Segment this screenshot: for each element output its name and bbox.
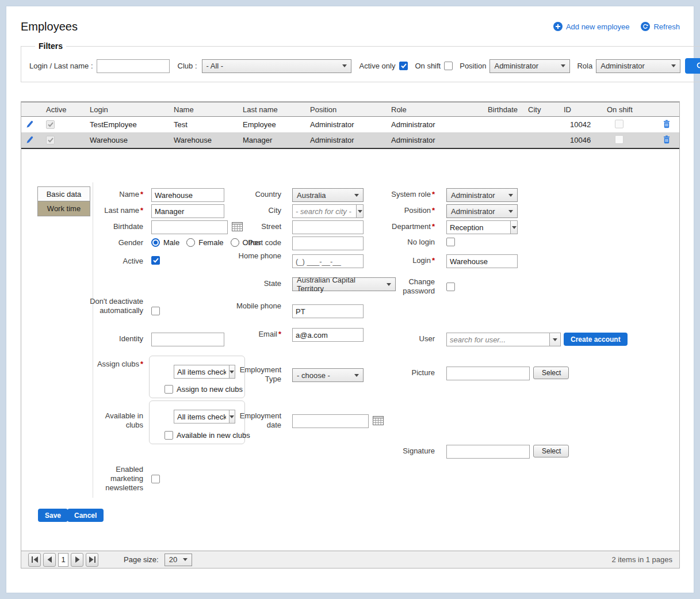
city-dropdown-button[interactable] — [356, 205, 363, 218]
next-page-button[interactable] — [71, 553, 83, 567]
post-code-input[interactable] — [292, 236, 364, 250]
email-input[interactable] — [292, 328, 364, 342]
employment-date-calendar-button[interactable] — [373, 415, 384, 427]
tab-basic-data[interactable]: Basic data — [37, 186, 90, 201]
login-filter-input[interactable] — [97, 59, 170, 73]
last-name-input[interactable] — [151, 204, 224, 218]
cell-last-name: Employee — [234, 120, 301, 129]
edit-row-button[interactable] — [26, 120, 33, 130]
rola-filter-select[interactable]: Administrator — [596, 59, 680, 73]
mobile-phone-input[interactable] — [292, 304, 364, 318]
picture-select-button[interactable]: Select — [533, 367, 569, 379]
col-role: Role — [382, 105, 466, 114]
city-label: City — [232, 206, 281, 215]
last-page-icon — [89, 556, 95, 563]
position-value: Administrator — [451, 207, 495, 216]
city-combobox[interactable] — [292, 204, 364, 218]
add-new-employee-link[interactable]: Add new employee — [553, 22, 630, 31]
department-dropdown-button[interactable] — [510, 221, 517, 234]
city-input[interactable] — [293, 205, 356, 218]
chevron-down-icon — [508, 210, 513, 213]
user-dropdown-button[interactable] — [549, 333, 560, 346]
tab-work-time[interactable]: Work time — [37, 201, 90, 216]
col-name: Name — [165, 105, 234, 114]
chevron-down-icon — [183, 558, 188, 561]
email-label: Email* — [232, 330, 281, 339]
signature-input[interactable] — [446, 445, 530, 459]
change-password-checkbox[interactable] — [446, 283, 455, 291]
table-row[interactable]: Warehouse Warehouse Manager Administrato… — [21, 132, 679, 148]
employees-grid: Active Login Name Last name Position Rol… — [21, 101, 680, 569]
state-select[interactable]: Australian Capital Territory — [292, 277, 396, 291]
filters-panel: Filters Login / Last name : Club : - All… — [21, 41, 700, 82]
cell-name: Warehouse — [165, 136, 234, 144]
newsletters-checkbox[interactable] — [151, 475, 160, 483]
available-new-clubs-checkbox[interactable] — [165, 431, 173, 440]
employment-type-label: Employment Type — [232, 365, 281, 384]
user-combobox[interactable] — [446, 333, 561, 346]
edit-row-button[interactable] — [26, 135, 33, 146]
gender-radio-female[interactable] — [186, 238, 195, 247]
save-button[interactable]: Save — [38, 509, 68, 522]
identity-input[interactable] — [151, 333, 224, 346]
no-login-label: No login — [383, 238, 435, 247]
refresh-link[interactable]: Refresh — [641, 22, 680, 31]
search-button[interactable] — [685, 58, 700, 74]
add-new-employee-label: Add new employee — [566, 22, 630, 31]
cell-last-name: Manager — [234, 136, 301, 144]
employment-type-select[interactable]: - choose - — [292, 368, 364, 382]
assign-new-clubs-label: Assign to new clubs — [177, 385, 243, 394]
prev-page-button[interactable] — [43, 553, 56, 567]
department-label: Department* — [383, 222, 435, 231]
home-phone-label: Home phone — [232, 251, 281, 261]
cancel-button[interactable]: Cancel — [67, 509, 104, 522]
birthdate-input[interactable] — [151, 220, 228, 234]
street-input[interactable] — [292, 220, 364, 234]
col-on-shift: On shift — [591, 105, 654, 114]
employment-date-input[interactable] — [292, 414, 369, 428]
name-input[interactable] — [151, 188, 224, 202]
on-shift-filter-checkbox[interactable] — [444, 62, 453, 70]
pager: 1 Page size: 20 2 items in 1 pages — [21, 551, 679, 568]
home-phone-input[interactable] — [292, 254, 364, 268]
assign-new-clubs-checkbox[interactable] — [165, 385, 173, 394]
department-input[interactable] — [447, 221, 510, 234]
assign-clubs-select[interactable] — [174, 365, 235, 379]
delete-row-button[interactable] — [663, 120, 670, 130]
available-clubs-select[interactable] — [174, 410, 235, 424]
cell-role: Administrator — [382, 136, 466, 144]
picture-input[interactable] — [446, 367, 530, 380]
user-input[interactable] — [447, 333, 549, 346]
department-combobox[interactable] — [446, 220, 518, 234]
calendar-icon — [373, 415, 384, 425]
position-select[interactable]: Administrator — [446, 204, 518, 218]
post-code-label: Post code — [232, 238, 281, 247]
header: Employees Add new employee Refresh — [21, 18, 680, 35]
login-input[interactable] — [446, 254, 518, 268]
available-clubs-value[interactable] — [174, 410, 229, 423]
signature-select-button[interactable]: Select — [533, 445, 569, 457]
no-login-checkbox[interactable] — [446, 238, 455, 246]
active-label: Active — [90, 257, 143, 266]
system-role-select[interactable]: Administrator — [446, 188, 518, 202]
country-select[interactable]: Australia — [292, 188, 364, 202]
last-page-button[interactable] — [86, 553, 98, 567]
club-filter-select[interactable]: - All - — [202, 59, 351, 73]
refresh-label: Refresh — [653, 22, 680, 31]
available-new-clubs-row: Available in new clubs — [165, 431, 250, 440]
current-page-box[interactable]: 1 — [58, 553, 68, 567]
table-row[interactable]: TestEmployee Test Employee Administrator… — [21, 117, 679, 132]
active-checkbox[interactable] — [151, 256, 160, 265]
active-only-checkbox[interactable] — [399, 62, 408, 70]
position-filter-select[interactable]: Administrator — [489, 59, 570, 73]
dont-deactivate-checkbox[interactable] — [151, 307, 160, 315]
gender-radio-male[interactable] — [151, 238, 160, 247]
delete-row-button[interactable] — [663, 135, 670, 146]
create-account-button[interactable]: Create account — [564, 333, 628, 346]
page-size-select[interactable]: 20 — [165, 554, 192, 566]
club-filter-label: Club : — [178, 62, 197, 70]
first-page-button[interactable] — [28, 553, 41, 567]
trash-icon — [663, 135, 670, 144]
assign-clubs-value[interactable] — [174, 365, 229, 378]
dont-deactivate-label: Don't deactivate automatically — [89, 297, 143, 315]
